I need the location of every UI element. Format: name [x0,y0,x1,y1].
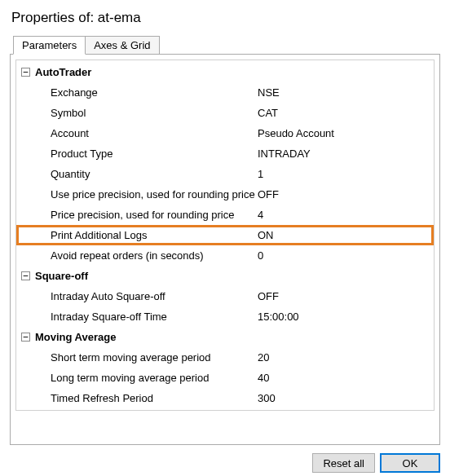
value-account[interactable]: Pseudo Account [258,127,434,139]
ok-button[interactable]: OK [380,453,440,473]
group-autotrader-label: AutoTrader [35,66,91,78]
minus-icon[interactable]: − [21,68,30,77]
label-refresh-period: Timed Refresh Period [51,392,258,404]
label-squareoff-time: Intraday Square-off Time [51,311,258,323]
group-autotrader-header[interactable]: − AutoTrader [16,62,434,82]
label-print-logs: Print Additional Logs [51,229,258,241]
label-use-price-precision: Use price precision, used for rounding p… [51,188,258,201]
value-refresh-period[interactable]: 300 [258,392,434,404]
group-moving-average-label: Moving Average [35,331,116,343]
value-short-ma[interactable]: 20 [258,351,434,364]
label-avoid-repeat: Avoid repeat orders (in seconds) [51,249,258,262]
tab-panel: − AutoTrader Exchange NSE Symbol CAT Acc… [10,54,440,445]
row-use-price-precision[interactable]: Use price precision, used for rounding p… [16,184,434,205]
label-account: Account [51,127,258,139]
label-price-precision: Price precision, used for rounding price [51,209,258,221]
tab-axes-grid[interactable]: Axes & Grid [86,36,159,55]
row-long-ma[interactable]: Long term moving average period 40 [16,368,434,388]
value-squareoff-time[interactable]: 15:00:00 [258,311,434,323]
value-exchange[interactable]: NSE [258,86,434,99]
group-squareoff-label: Square-off [35,270,88,282]
row-print-additional-logs[interactable]: Print Additional Logs ON [16,225,434,245]
label-long-ma: Long term moving average period [51,372,258,384]
parameters-tree: − AutoTrader Exchange NSE Symbol CAT Acc… [15,60,435,411]
label-quantity: Quantity [51,168,258,180]
dialog-title: Properties of: at-ema [11,10,440,26]
minus-icon[interactable]: − [21,271,30,280]
value-avoid-repeat[interactable]: 0 [258,249,434,262]
row-squareoff-time[interactable]: Intraday Square-off Time 15:00:00 [16,306,434,327]
reset-all-button[interactable]: Reset all [312,453,375,473]
row-quantity[interactable]: Quantity 1 [16,164,434,184]
label-product-type: Product Type [51,148,258,160]
row-short-ma[interactable]: Short term moving average period 20 [16,347,434,368]
label-short-ma: Short term moving average period [51,351,258,364]
value-long-ma[interactable]: 40 [258,372,434,384]
row-exchange[interactable]: Exchange NSE [16,82,434,103]
row-price-precision[interactable]: Price precision, used for rounding price… [16,205,434,225]
row-avoid-repeat[interactable]: Avoid repeat orders (in seconds) 0 [16,245,434,266]
value-product-type[interactable]: INTRADAY [258,148,434,160]
value-quantity[interactable]: 1 [258,168,434,180]
value-use-price-precision[interactable]: OFF [258,188,434,201]
value-auto-squareoff[interactable]: OFF [258,290,434,302]
row-auto-squareoff[interactable]: Intraday Auto Square-off OFF [16,286,434,306]
label-symbol: Symbol [51,107,258,119]
group-squareoff-header[interactable]: − Square-off [16,266,434,286]
row-product-type[interactable]: Product Type INTRADAY [16,143,434,164]
value-print-logs[interactable]: ON [258,229,431,241]
value-symbol[interactable]: CAT [258,107,434,119]
label-exchange: Exchange [51,86,258,99]
tab-parameters[interactable]: Parameters [13,36,86,55]
dialog-button-bar: Reset all OK [10,453,440,473]
row-symbol[interactable]: Symbol CAT [16,103,434,123]
label-auto-squareoff: Intraday Auto Square-off [51,290,258,302]
row-account[interactable]: Account Pseudo Account [16,123,434,143]
group-moving-average-header[interactable]: − Moving Average [16,327,434,347]
properties-dialog: Properties of: at-ema Parameters Axes & … [0,0,450,476]
minus-icon[interactable]: − [21,333,30,342]
value-price-precision[interactable]: 4 [258,209,434,221]
tab-strip: Parameters Axes & Grid [10,36,440,55]
row-refresh-period[interactable]: Timed Refresh Period 300 [16,388,434,408]
